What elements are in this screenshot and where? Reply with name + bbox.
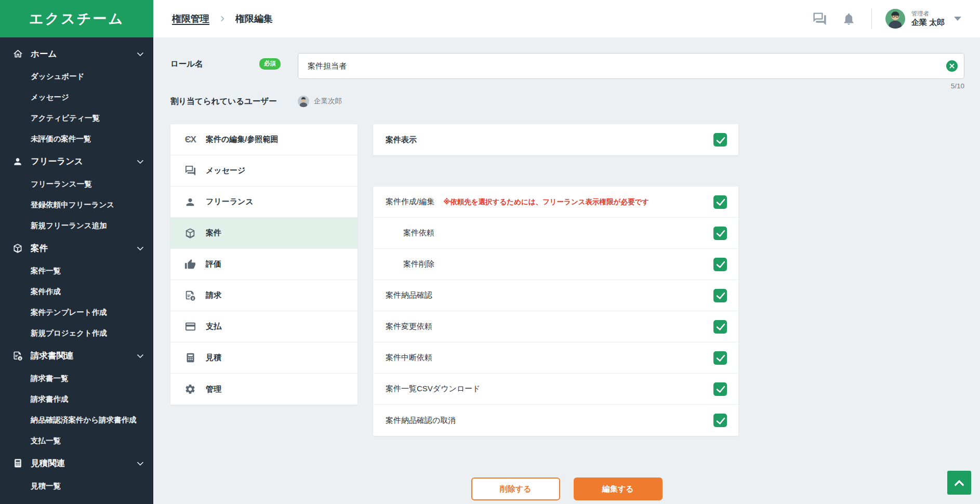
sidebar-section-estimates[interactable]: 見積関連 — [0, 451, 153, 475]
chevron-down-icon — [137, 352, 144, 359]
sidebar-item-payment-list[interactable]: 支払一覧 — [0, 430, 153, 451]
clear-input-icon[interactable] — [946, 60, 958, 72]
sidebar-item-add-freelance[interactable]: 新規フリーランス追加 — [0, 215, 153, 236]
sidebar-item-project-list[interactable]: 案件一覧 — [0, 260, 153, 281]
menu-item-label: 評価 — [206, 259, 221, 269]
sidebar-section-projects[interactable]: 案件 — [0, 236, 153, 260]
user-menu-caret-icon[interactable] — [954, 17, 961, 21]
scroll-to-top-button[interactable] — [947, 471, 971, 495]
user-avatar[interactable] — [885, 9, 905, 29]
main-content: ロール名 必須 5/10 割り当てられているユーザー 企業次郎 ЄX 案件の編集… — [153, 37, 980, 504]
notification-bell-icon[interactable] — [842, 12, 856, 26]
menu-item-label: 案件 — [206, 228, 221, 238]
checkbox-delivery-confirm[interactable] — [713, 289, 727, 302]
edit-button[interactable]: 編集する — [574, 478, 663, 500]
checkbox-suspend-request[interactable] — [713, 351, 727, 365]
person-icon — [11, 156, 24, 167]
chevron-down-icon — [137, 50, 144, 57]
permission-row: 案件変更依頼 — [373, 311, 738, 342]
sidebar-item-estimate-list[interactable]: 見積一覧 — [0, 475, 153, 496]
menu-item-label: メッセージ — [206, 166, 245, 176]
menu-item-label: フリーランス — [206, 197, 254, 207]
user-name: 企業 太郎 — [911, 18, 945, 28]
sidebar: エクスチーム ホーム ダッシュボード メッセージ アクティビティ一覧 未評価の案… — [0, 0, 153, 504]
sidebar-item-freelance-list[interactable]: フリーランス一覧 — [0, 174, 153, 194]
role-name-label: ロール名 — [170, 59, 203, 70]
chevron-down-icon — [137, 244, 144, 251]
checkbox-project-request[interactable] — [713, 227, 727, 240]
page-header: 権限管理 権限編集 管理者 企業 太郎 — [153, 0, 980, 37]
menu-item-label: 支払 — [206, 322, 221, 331]
menu-item-edit-scope[interactable]: ЄX 案件の編集/参照範囲 — [170, 124, 357, 155]
menu-item-freelance[interactable]: フリーランス — [170, 187, 357, 218]
permission-row: 案件作成/編集 ※依頼先を選択するためには、フリーランス表示権限が必要です — [373, 187, 738, 218]
sidebar-section-label: フリーランス — [31, 156, 83, 167]
menu-item-label: 管理 — [206, 384, 221, 394]
checkbox-cancel-delivery-confirm[interactable] — [713, 414, 727, 427]
menu-item-billing[interactable]: ¥ 請求 — [170, 280, 357, 311]
assigned-user: 企業次郎 — [298, 96, 342, 107]
role-name-label-col: ロール名 必須 — [170, 53, 298, 70]
menu-item-admin[interactable]: 管理 — [170, 374, 357, 405]
sidebar-item-new-project[interactable]: 新規プロジェクト作成 — [0, 323, 153, 343]
permission-label: 案件納品確認の取消 — [386, 416, 456, 426]
role-name-input[interactable] — [298, 53, 964, 79]
sidebar-item-invoice-from-confirmed[interactable]: 納品確認済案件から請求書作成 — [0, 409, 153, 430]
sidebar-section-label: 請求書関連 — [31, 350, 74, 362]
menu-item-projects[interactable]: 案件 — [170, 218, 357, 249]
delete-button[interactable]: 削除する — [471, 478, 560, 500]
sidebar-item-dashboard[interactable]: ダッシュボード — [0, 66, 153, 87]
permission-row: 案件納品確認 — [373, 280, 738, 311]
sidebar-item-pending-freelance[interactable]: 登録依頼中フリーランス — [0, 194, 153, 215]
sidebar-section-home[interactable]: ホーム — [0, 42, 153, 66]
user-menu[interactable]: 管理者 企業 太郎 — [911, 10, 945, 27]
assigned-users-label-col: 割り当てられているユーザー — [170, 96, 298, 107]
sidebar-item-unrated-projects[interactable]: 未評価の案件一覧 — [0, 128, 153, 149]
menu-item-estimate[interactable]: 見積 — [170, 342, 357, 374]
checkbox-csv-download[interactable] — [713, 382, 727, 396]
ex-logo-icon: ЄX — [183, 135, 197, 145]
permission-label: 案件中断依頼 — [386, 353, 432, 363]
thumbs-up-icon — [183, 259, 197, 270]
sidebar-item-activity-list[interactable]: アクティビティ一覧 — [0, 108, 153, 128]
menu-item-label: 請求 — [206, 290, 221, 300]
sidebar-item-project-create[interactable]: 案件作成 — [0, 281, 153, 302]
permission-label: 案件表示 — [386, 135, 417, 145]
checkbox-project-delete[interactable] — [713, 258, 727, 271]
chevron-up-icon — [954, 480, 964, 490]
home-icon — [11, 48, 24, 59]
breadcrumb-parent-link[interactable]: 権限管理 — [172, 12, 209, 25]
action-buttons: 削除する 編集する — [153, 478, 980, 500]
sidebar-nav: ホーム ダッシュボード メッセージ アクティビティ一覧 未評価の案件一覧 フリー… — [0, 37, 153, 496]
menu-item-payment[interactable]: 支払 — [170, 311, 357, 342]
calculator-icon — [11, 458, 24, 468]
sidebar-section-label: 案件 — [31, 243, 48, 254]
app-logo[interactable]: エクスチーム — [0, 0, 153, 37]
permission-label: 案件納品確認 — [386, 290, 432, 300]
sidebar-item-invoice-list[interactable]: 請求書一覧 — [0, 368, 153, 389]
package-icon — [183, 228, 197, 239]
permission-row: 案件中断依頼 — [373, 342, 738, 374]
sidebar-section-invoices[interactable]: ¥ 請求書関連 — [0, 343, 153, 368]
assigned-users-row: 割り当てられているユーザー 企業次郎 — [153, 90, 980, 111]
sidebar-item-project-template[interactable]: 案件テンプレート作成 — [0, 302, 153, 323]
permission-row: 案件一覧CSVダウンロード — [373, 374, 738, 405]
sidebar-item-messages[interactable]: メッセージ — [0, 87, 153, 108]
sidebar-section-label: ホーム — [31, 48, 57, 60]
edit-permission-card: 案件作成/編集 ※依頼先を選択するためには、フリーランス表示権限が必要です 案件… — [373, 187, 738, 436]
user-role-label: 管理者 — [911, 10, 945, 17]
permission-label: 案件一覧CSVダウンロード — [386, 384, 481, 394]
sidebar-section-freelance[interactable]: フリーランス — [0, 149, 153, 174]
checkbox-view-project[interactable] — [713, 133, 727, 147]
chevron-down-icon — [137, 157, 144, 164]
menu-item-rating[interactable]: 評価 — [170, 249, 357, 280]
menu-item-messages[interactable]: メッセージ — [170, 155, 357, 187]
header-divider — [871, 8, 872, 29]
panel-gap — [373, 155, 738, 187]
chat-bubbles-icon[interactable] — [812, 11, 827, 26]
permission-row: 案件納品確認の取消 — [373, 405, 738, 436]
checkbox-change-request[interactable] — [713, 320, 727, 334]
checkbox-create-edit-project[interactable] — [713, 195, 727, 209]
sidebar-item-invoice-create[interactable]: 請求書作成 — [0, 389, 153, 409]
permission-label: 案件削除 — [403, 259, 434, 269]
